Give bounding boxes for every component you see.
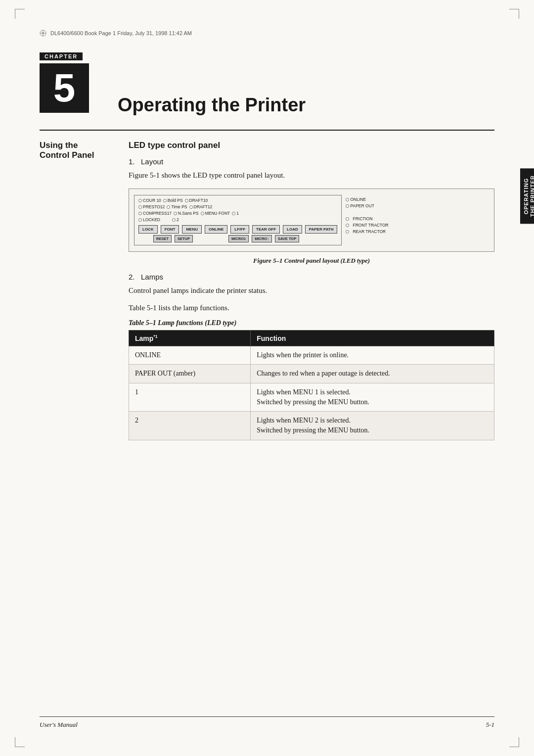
- right-panel-labels: FRICTION FRONT TRACTOR REAR TRACTOR: [346, 216, 395, 234]
- col1-header-sup: *1: [153, 334, 158, 339]
- footer-right: 5-1: [486, 721, 494, 729]
- lamps-intro2: Table 5-1 lists the lamp functions.: [129, 302, 494, 314]
- led-draft12: DRAFT12: [189, 204, 213, 209]
- led-label: N.Sans PS: [178, 211, 199, 216]
- led-label: MENU FONT: [205, 211, 230, 216]
- table-header-row: Lamp*1 Function: [129, 331, 494, 346]
- chapter-title: Operating the Printer: [118, 90, 306, 116]
- led-circle: [138, 218, 142, 222]
- btn-font[interactable]: FONT: [161, 225, 179, 234]
- panel-row-4: LOCKED 2: [138, 217, 337, 222]
- sidebar-heading: Using the Control Panel: [40, 141, 119, 161]
- led-locked: LOCKED: [138, 217, 160, 222]
- item1-label: 1.: [129, 157, 135, 166]
- led-circle: [174, 212, 177, 215]
- panel-row-2: PRESTO12 Time PS DRAFT12: [138, 204, 337, 209]
- lamp-cell: 2: [129, 412, 251, 440]
- panel-wrapper: COUR 10 Bold PS DRAFT10: [134, 195, 489, 245]
- right-sidebar-tab: OPERATING THE PRINTER: [520, 168, 534, 224]
- table-row: 2Lights when MENU 2 is selected. Switche…: [129, 412, 494, 440]
- led-label: FRONT TRACTOR: [353, 223, 388, 228]
- led-circle: [185, 199, 188, 202]
- led-label: Bold PS: [168, 198, 183, 203]
- led-label: DRAFT10: [189, 198, 208, 203]
- table-body: ONLINELights when the printer is online.…: [129, 346, 494, 440]
- button-row-bottom: RESET SETUP MICRO1 MICRO↑ SAVE TOP: [138, 235, 337, 242]
- panel-row-r1: ONLINE: [346, 197, 395, 202]
- table-caption: Table 5–1 Lamp functions (LED type): [129, 319, 494, 327]
- btn-setup[interactable]: SETUP: [175, 235, 193, 242]
- led-nsans: N.Sans PS: [174, 211, 199, 216]
- led-1: 1: [232, 211, 239, 216]
- footer: User's Manual 5-1: [40, 716, 494, 729]
- led-circle: [138, 199, 142, 202]
- registration-mark-icon: [40, 30, 46, 37]
- led-label: COMPRESS17: [143, 211, 172, 216]
- crop-mark-bl: [15, 737, 25, 747]
- led-2: 2: [172, 217, 179, 222]
- figure-caption: Figure 5–1 Control panel layout (LED typ…: [129, 257, 494, 265]
- sidebar-line2: Control Panel: [40, 150, 94, 160]
- led-label: Time PS: [171, 204, 187, 209]
- led-compress17: COMPRESS17: [138, 211, 172, 216]
- button-row-top: LOCK FONT MENU ONLINE LF/FF TEAR OFF LOA…: [138, 225, 337, 234]
- panel-row-r2: PAPER OUT: [346, 203, 395, 208]
- led-circle: [189, 205, 193, 209]
- item2-label: 2.: [129, 273, 135, 281]
- figure-intro: Figure 5-1 shows the LED type control pa…: [129, 170, 494, 181]
- right-tab-line1: OPERATING: [523, 178, 529, 214]
- led-menufont: MENU FONT: [201, 211, 230, 216]
- led-circle: [346, 230, 349, 234]
- btn-lock[interactable]: LOCK: [138, 225, 158, 234]
- content-sidebar: Using the Control Panel: [40, 141, 119, 440]
- footer-left: User's Manual: [40, 721, 78, 729]
- col-lamp-header: Lamp*1: [129, 331, 251, 346]
- crop-mark-br: [509, 737, 519, 747]
- btn-lfff[interactable]: LF/FF: [230, 225, 249, 234]
- header-meta: DL6400/6600 Book Page 1 Friday, July 31,…: [40, 30, 494, 37]
- btn-micro1[interactable]: MICRO1: [228, 235, 249, 242]
- lamps-intro1: Control panel lamps indicate the printer…: [129, 285, 494, 296]
- function-cell: Lights when MENU 2 is selected. Switched…: [251, 412, 494, 440]
- led-circle: [138, 212, 142, 215]
- btn-load[interactable]: LOAD: [283, 225, 302, 234]
- lamp-cell: ONLINE: [129, 346, 251, 364]
- led-circle: [346, 217, 349, 221]
- figure-panel-diagram: COUR 10 Bold PS DRAFT10: [129, 189, 494, 252]
- btn-tearoff[interactable]: TEAR OFF: [252, 225, 280, 234]
- lamp-cell: 1: [129, 383, 251, 412]
- crop-mark-tr: [509, 9, 519, 19]
- chapter-number: 5: [40, 63, 89, 113]
- led-timeps: Time PS: [167, 204, 187, 209]
- led-circle: [167, 205, 170, 209]
- btn-savetop[interactable]: SAVE TOP: [275, 235, 299, 242]
- function-cell: Lights when MENU 1 is selected. Switched…: [251, 383, 494, 412]
- panel-row-friction: FRICTION: [346, 216, 395, 221]
- sidebar-line1: Using the: [40, 141, 78, 150]
- led-label: DRAFT12: [194, 204, 213, 209]
- led-circle: [138, 205, 142, 209]
- table-row: ONLINELights when the printer is online.: [129, 346, 494, 364]
- panel-row-fronttractor: FRONT TRACTOR: [346, 223, 395, 228]
- function-cell: Lights when the printer is online.: [251, 346, 494, 364]
- panel-left: COUR 10 Bold PS DRAFT10: [134, 195, 342, 245]
- btn-menu[interactable]: MENU: [182, 225, 202, 234]
- table-row: 1Lights when MENU 1 is selected. Switche…: [129, 383, 494, 412]
- btn-microup[interactable]: MICRO↑: [252, 235, 272, 242]
- btn-online[interactable]: ONLINE: [205, 225, 227, 234]
- content-main: LED type control panel 1. Layout Figure …: [129, 141, 494, 440]
- led-circle: [346, 198, 349, 201]
- led-circle: [172, 218, 176, 222]
- section-divider: [40, 130, 494, 131]
- page: DL6400/6600 Book Page 1 Friday, July 31,…: [0, 0, 534, 756]
- led-label: FRICTION: [353, 216, 372, 221]
- btn-paperpath[interactable]: PAPER PATH: [305, 225, 338, 234]
- lamp-cell: PAPER OUT (amber): [129, 365, 251, 383]
- item1: 1. Layout: [129, 157, 494, 166]
- btn-reset[interactable]: RESET: [153, 235, 172, 242]
- col-function-header: Function: [251, 331, 494, 346]
- led-draft10: DRAFT10: [185, 198, 208, 203]
- panel-row-1: COUR 10 Bold PS DRAFT10: [138, 198, 337, 203]
- item2: 2. Lamps: [129, 273, 494, 281]
- crop-mark-tl: [15, 9, 25, 19]
